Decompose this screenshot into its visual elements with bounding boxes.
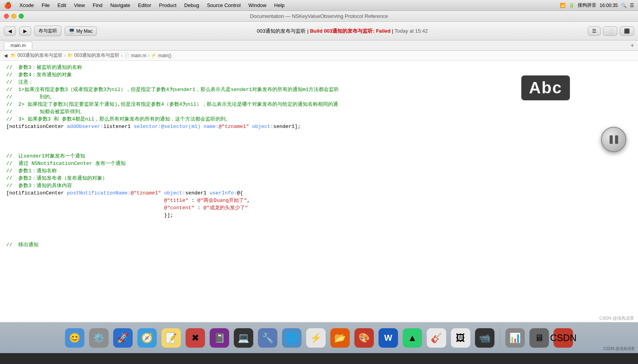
code-editor[interactable]: // 参数3：被监听的通知的名称// 参数4：发布通知的对象// 注意：// 1… (0, 61, 638, 322)
dock-item-crossover[interactable]: ✖ (184, 327, 206, 349)
menu-help[interactable]: Help (270, 0, 289, 10)
watermark: CSDN @清风清景 (599, 315, 634, 321)
dock-item-preview[interactable]: 🖼 (450, 327, 471, 349)
dock-icon-stickies: 📝 (161, 328, 181, 348)
menu-file[interactable]: File (38, 0, 54, 10)
breadcrumb: ◀ 📁 003通知的发布与监听 › 📁 003通知的发布与监听 › 📄 main… (0, 51, 638, 61)
code-line: // 移出通知 (6, 241, 632, 248)
code-line: // 知都会被监听得到。 (6, 108, 632, 116)
menu-navigate[interactable]: Navigate (106, 0, 134, 10)
dock-item-brushes[interactable]: 🎨 (353, 327, 375, 349)
nav-prev[interactable]: ◀ (4, 53, 7, 58)
dock-item-word[interactable]: W (377, 327, 399, 349)
code-line (6, 234, 632, 241)
menu-find[interactable]: Find (89, 0, 106, 10)
add-tab-button[interactable]: + (631, 42, 634, 49)
code-line (6, 145, 632, 152)
code-line: // 参数2：通知发布者（发布通知的对象） (6, 175, 632, 182)
dock-item-acorn[interactable]: ▲ (401, 327, 423, 349)
battery-icon: 🔋 (569, 3, 575, 8)
dock-icon-watermark: CSDN (554, 328, 573, 348)
dock-icon-safari: 🧭 (137, 328, 157, 348)
build-time: Today at 15:42 (394, 28, 428, 34)
menu-editor[interactable]: Editor (134, 0, 155, 10)
tab-name: main.m (11, 43, 26, 48)
function-icon: ⚡ (151, 53, 156, 58)
search-icon[interactable]: 🔍 (621, 3, 627, 8)
file-tab-bar: main.m + (0, 40, 638, 51)
dock-icon-finder: 😊 (65, 328, 84, 348)
close-button[interactable] (4, 14, 9, 19)
breadcrumb-item-4[interactable]: ⚡ main() (151, 53, 171, 58)
dock-item-finder[interactable]: 😊 (64, 327, 86, 349)
dock-icon-terminal: 💻 (234, 328, 253, 348)
code-line: [notificationCenter addObserver:listener… (6, 123, 632, 130)
dock-item-parallels[interactable]: ⚡ (305, 327, 327, 349)
clock: 16:00:35 (599, 3, 618, 8)
dock-icon-acorn: ▲ (403, 328, 422, 348)
menu-view[interactable]: View (70, 0, 89, 10)
editor-toggle[interactable]: ☰ (588, 26, 601, 36)
build-project: 003通知的发布与监听 (257, 28, 306, 34)
window-controls (4, 14, 24, 19)
breadcrumb-item-2[interactable]: 📁 003通知的发布与监听 (67, 52, 119, 59)
menu-debug[interactable]: Debug (181, 0, 203, 10)
scheme-selector[interactable]: 🖥️ My Mac (65, 26, 97, 36)
version-toggle[interactable]: ⬛ (620, 26, 634, 36)
dock-item-unknown1[interactable]: 📊 (504, 327, 526, 349)
dock-item-watermark[interactable]: CSDN (552, 327, 574, 349)
code-line: @"content" : @"成龙的头发少了" (6, 204, 632, 212)
dock-item-safari[interactable]: 🧭 (136, 327, 158, 349)
menu-xcode[interactable]: Xcode (16, 0, 38, 10)
menu-source-control[interactable]: Source Control (203, 0, 245, 10)
dock-item-stickies[interactable]: 📝 (160, 327, 182, 349)
build-result: Build 003通知的发布与监听: Failed (310, 28, 391, 34)
menu-edit[interactable]: Edit (54, 0, 70, 10)
dock-item-instruments[interactable]: 🎸 (426, 327, 447, 349)
notification-icon[interactable]: ☰ (630, 3, 634, 8)
minimize-button[interactable] (11, 14, 16, 19)
file-icon: 📄 (124, 53, 130, 58)
dock-icon-parallels: ⚡ (306, 328, 326, 348)
dock-item-finder2[interactable]: 🌐 (281, 327, 303, 349)
dock-item-monitors[interactable]: 🖥 (528, 327, 550, 349)
dock-separator (500, 328, 500, 348)
dock-item-onenote[interactable]: 📓 (209, 327, 230, 349)
toolbar: ◀ ▶ 布与监听 🖥️ My Mac 003通知的发布与监听 | Build 0… (0, 22, 638, 40)
apple-menu[interactable]: 🍎 (0, 2, 16, 9)
dock: 😊⚙️🚀🧭📝✖📓💻🔧🌐⚡📂🎨W▲🎸🖼📹📊🖥CSDNCSDN @清风清景 (0, 322, 638, 353)
code-line: // 3> 如果参数3 和 参数4都是nil，那么所有对象发布的所有的通知，这个… (6, 116, 632, 123)
folder-icon-1: 📁 (11, 53, 16, 58)
menu-window[interactable]: Window (245, 0, 270, 10)
dock-icon-monitors: 🖥 (529, 328, 549, 348)
breadcrumb-item-3[interactable]: 📄 main.m (124, 53, 146, 58)
breadcrumb-item-1[interactable]: 📁 003通知的发布与监听 (11, 52, 63, 59)
dock-item-filezilla2[interactable]: 🔧 (257, 327, 279, 349)
folder-icon-2: 📁 (67, 53, 73, 58)
maximize-button[interactable] (19, 14, 24, 19)
dock-icon-launchpad: 🚀 (113, 328, 133, 348)
forward-button[interactable]: ▶ (19, 26, 31, 36)
menu-product[interactable]: Product (155, 0, 181, 10)
dock-item-filezilla[interactable]: 📂 (329, 327, 351, 349)
dock-item-system-prefs[interactable]: ⚙️ (88, 327, 110, 349)
csdn-watermark: CSDN @清风清景 (603, 346, 635, 352)
dock-icon-onenote: 📓 (210, 328, 229, 348)
title-bar: Documentation — NSKeyValueObserving Prot… (0, 11, 638, 22)
dock-icon-instruments: 🎸 (427, 328, 446, 348)
active-tab[interactable]: main.m (4, 42, 32, 49)
dock-item-launchpad[interactable]: 🚀 (112, 327, 134, 349)
build-status: 003通知的发布与监听 | Build 003通知的发布与监听: Failed … (100, 28, 585, 35)
dock-item-screenflow[interactable]: 📹 (474, 327, 496, 349)
menu-bar: 🍎 Xcode File Edit View Find Navigate Edi… (0, 0, 638, 11)
assistant-toggle[interactable]: ⬜ (603, 26, 617, 36)
dock-item-terminal[interactable]: 💻 (233, 327, 254, 349)
code-line: // 参数3：通知的具体内容 (6, 182, 632, 189)
dock-icon-finder2: 🌐 (282, 328, 301, 348)
nav-back[interactable]: 布与监听 (34, 26, 61, 36)
back-button[interactable]: ◀ (4, 26, 16, 36)
pause-button[interactable] (601, 127, 626, 152)
dock-icon-preview: 🖼 (451, 328, 470, 348)
code-line (6, 219, 632, 226)
code-line: // 参数1：通知名称 (6, 167, 632, 175)
